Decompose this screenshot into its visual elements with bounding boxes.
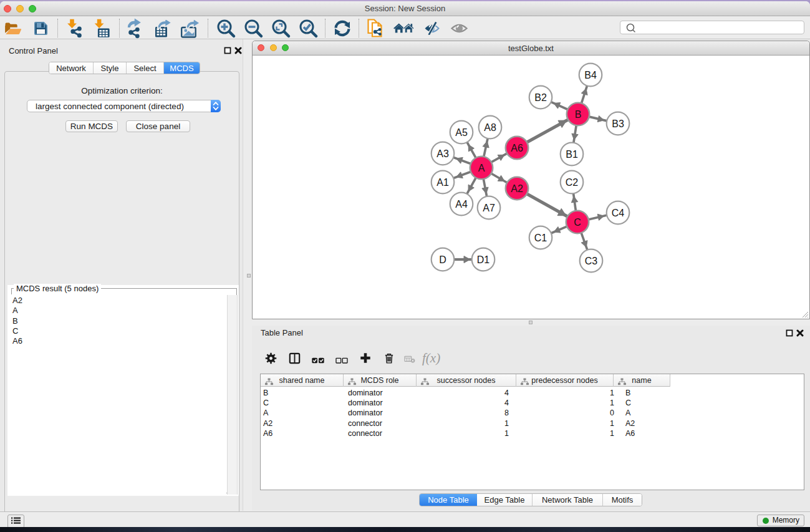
svg-text:C2: C2	[566, 177, 579, 188]
svg-text:A: A	[478, 163, 485, 173]
svg-text:B1: B1	[566, 149, 578, 160]
svg-text:C4: C4	[612, 208, 625, 218]
svg-text:A1: A1	[436, 177, 449, 188]
svg-text:B: B	[575, 109, 582, 120]
svg-text:B2: B2	[534, 92, 547, 103]
svg-text:D1: D1	[477, 254, 490, 265]
svg-text:A6: A6	[511, 143, 523, 153]
svg-text:C3: C3	[585, 256, 598, 266]
svg-text:A2: A2	[511, 183, 523, 194]
svg-text:C1: C1	[534, 233, 547, 243]
svg-text:B4: B4	[584, 70, 597, 80]
svg-text:f(x): f(x)	[422, 351, 440, 365]
svg-text:A7: A7	[483, 203, 495, 213]
svg-text:D: D	[439, 254, 446, 265]
svg-text:B3: B3	[612, 118, 624, 129]
svg-text:C: C	[574, 217, 581, 228]
svg-text:A8: A8	[484, 122, 496, 133]
svg-text:A5: A5	[455, 127, 468, 138]
svg-text:A3: A3	[436, 148, 449, 159]
svg-text:A4: A4	[455, 199, 468, 210]
